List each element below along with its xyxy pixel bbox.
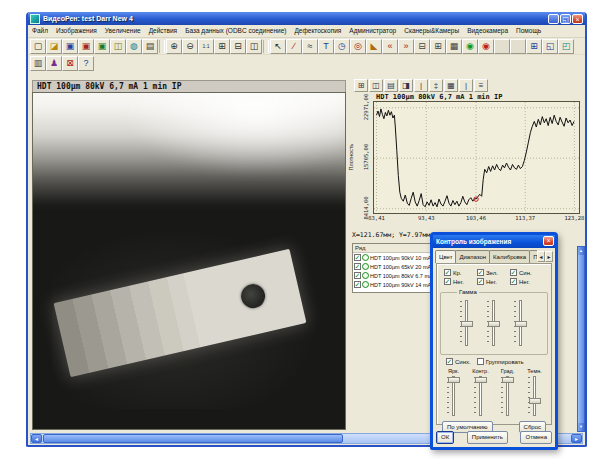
adjust-slider-2[interactable] <box>498 375 518 417</box>
zoom-in-button[interactable]: ⊕ <box>166 39 182 54</box>
gamma-slider-0[interactable] <box>457 299 477 347</box>
menu-item-9[interactable]: Помощь <box>512 25 545 37</box>
slider-thumb[interactable] <box>461 321 473 327</box>
cancel-button[interactable]: Отмена <box>520 431 552 444</box>
slider-thumb[interactable] <box>448 377 460 383</box>
palette-red-button[interactable]: ◉ <box>478 39 494 54</box>
cross-cursor-button[interactable]: ‡ <box>429 79 443 92</box>
report-preview-button[interactable]: ▥ <box>30 56 46 71</box>
tile-vertical-button[interactable]: ◫ <box>246 39 262 54</box>
series-checkbox[interactable] <box>354 281 361 288</box>
marker-toggle-button[interactable]: | <box>459 79 473 92</box>
ok-button[interactable]: ОК <box>436 431 454 444</box>
channel-2[interactable]: Син. <box>510 269 543 276</box>
group-checkbox[interactable] <box>477 358 484 365</box>
restore-button[interactable]: ◱ <box>560 14 571 24</box>
slider-thumb[interactable] <box>529 398 541 404</box>
vertical-cursor-button[interactable]: | <box>414 79 428 92</box>
menu-item-5[interactable]: Дефектоскопия <box>290 25 345 37</box>
user-session-button[interactable]: ♟ <box>46 56 62 71</box>
export-chart-button[interactable]: ◨ <box>399 79 413 92</box>
save-as-button[interactable]: ▣ <box>78 39 94 54</box>
help-button[interactable]: ? <box>78 56 94 71</box>
copy-chart-button[interactable]: ▤ <box>384 79 398 92</box>
open-folder-button[interactable]: ◪ <box>46 39 62 54</box>
negative-1-checkbox[interactable] <box>477 278 484 285</box>
menu-item-1[interactable]: Изображения <box>52 25 101 37</box>
text-tool-button[interactable]: T <box>318 39 334 54</box>
tab-scroll-left-icon[interactable]: ◄ <box>537 251 545 262</box>
series-list-header[interactable]: Ряд <box>353 244 430 253</box>
dialog-close-icon[interactable]: × <box>543 236 554 246</box>
overlay-view-button[interactable]: ◫ <box>369 79 383 92</box>
negative-2-checkbox[interactable] <box>510 278 517 285</box>
title-bar[interactable]: ВидеоРен: test Darr New 4 _ ◱ × <box>28 12 585 25</box>
pan-left-button[interactable]: « <box>382 39 398 54</box>
tab-2[interactable]: Калибровка <box>489 250 530 263</box>
sync[interactable]: Синх. <box>446 358 471 365</box>
series-checkbox[interactable] <box>354 263 361 270</box>
adjust-slider-3[interactable] <box>525 375 545 417</box>
web-globe-button[interactable]: ◍ <box>126 39 142 54</box>
channel-2-checkbox[interactable] <box>510 269 517 276</box>
histogram-button[interactable]: ◣ <box>366 39 382 54</box>
group[interactable]: Группировать <box>477 358 524 365</box>
menu-item-0[interactable]: Файл <box>28 25 52 37</box>
time-clock-button[interactable]: ◷ <box>334 39 350 54</box>
tab-3[interactable]: Плотность <box>529 250 537 263</box>
gamma-slider-1[interactable] <box>484 299 504 347</box>
negative-1[interactable]: Нег. <box>477 278 510 285</box>
menu-item-3[interactable]: Действия <box>145 25 181 37</box>
close-button[interactable]: × <box>572 14 583 24</box>
series-checkbox[interactable] <box>354 254 361 261</box>
profile-tool-button[interactable]: ≈ <box>302 39 318 54</box>
tab-1[interactable]: Диапазон <box>455 250 490 263</box>
horizontal-scroll-thumb[interactable] <box>43 434 343 443</box>
slider-thumb[interactable] <box>502 377 514 383</box>
menu-item-7[interactable]: Сканеры&Камеры <box>400 25 463 37</box>
channel-1-checkbox[interactable] <box>477 269 484 276</box>
channel-0-checkbox[interactable] <box>444 269 451 276</box>
menu-item-4[interactable]: База данных (ODBC соединение) <box>181 25 290 37</box>
grid-toggle-button[interactable]: ▦ <box>444 79 458 92</box>
palette-green-button[interactable]: ◉ <box>462 39 478 54</box>
slider-thumb[interactable] <box>475 377 487 383</box>
adjust-slider-1[interactable] <box>471 375 491 417</box>
slider-thumb[interactable] <box>488 321 500 327</box>
matrix-table-button[interactable]: ▦ <box>446 39 462 54</box>
gamma-slider-2[interactable] <box>511 299 531 347</box>
menu-item-2[interactable]: Увеличение <box>101 25 145 37</box>
dialog-title-bar[interactable]: Контроль изображения <box>433 235 555 248</box>
export-folder-button[interactable]: ◫ <box>110 39 126 54</box>
image-window-button[interactable]: ◱ <box>542 39 558 54</box>
save-all-button[interactable]: ▣ <box>94 39 110 54</box>
tile-horizontal-button[interactable]: ⊟ <box>230 39 246 54</box>
vertical-scrollbar[interactable]: ▲ ▼ <box>577 246 585 432</box>
pointer-select-button[interactable]: ↖ <box>270 39 286 54</box>
grid-windows-button[interactable]: ⊞ <box>526 39 542 54</box>
slider-thumb[interactable] <box>515 321 527 327</box>
roi-circle-button[interactable]: ◎ <box>350 39 366 54</box>
new-document-button[interactable]: ▢ <box>30 39 46 54</box>
zoom-actual-button[interactable]: 1:1 <box>198 39 214 54</box>
apply-button[interactable]: Применить <box>467 431 508 444</box>
fit-image-button[interactable]: ⊞ <box>214 39 230 54</box>
tab-0[interactable]: Цвет <box>435 250 456 263</box>
close-image-button[interactable]: ⊠ <box>62 56 78 71</box>
scroll-right-arrow[interactable]: ► <box>571 434 582 443</box>
print-button[interactable]: ▤ <box>142 39 158 54</box>
series-row-2[interactable]: HDT 100µm 80kV 6.7 mA <box>353 271 430 280</box>
blank-disabled-2-button[interactable] <box>510 39 526 54</box>
blank-disabled-1-button[interactable] <box>494 39 510 54</box>
chart-settings-button[interactable]: ≡ <box>474 79 488 92</box>
adjust-slider-0[interactable] <box>444 375 464 417</box>
draw-line-button[interactable]: ∕ <box>286 39 302 54</box>
negative-2[interactable]: Нег. <box>510 278 543 285</box>
zoom-out-button[interactable]: ⊖ <box>182 39 198 54</box>
collapse-box-button[interactable]: ⊟ <box>414 39 430 54</box>
sync-checkbox[interactable] <box>446 358 453 365</box>
channel-1[interactable]: Зел. <box>477 269 510 276</box>
series-checkbox[interactable] <box>354 272 361 279</box>
save-floppy-button[interactable]: ▣ <box>62 39 78 54</box>
series-list[interactable]: Ряд HDT 100µm 90kV 10 mAHDT 100µm 65kV 2… <box>352 243 431 293</box>
